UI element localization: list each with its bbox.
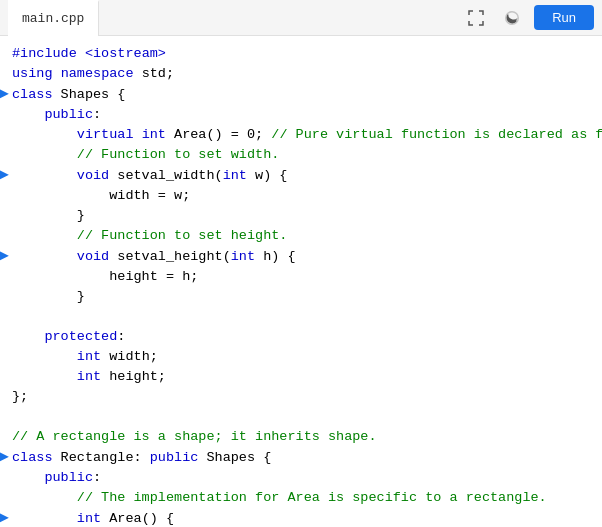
line-content (8, 407, 594, 427)
line-content: virtual int Area() = 0; // Pure virtual … (8, 125, 602, 145)
line-content: // Function to set height. (8, 226, 594, 246)
line-content: // The implementation for Area is specif… (8, 488, 594, 508)
run-label: Run (552, 10, 576, 25)
line-indicator: ▶ (0, 246, 8, 266)
code-line: ▶ int Area() { (0, 508, 602, 527)
code-line: int width; (0, 347, 602, 367)
code-line: public: (0, 468, 602, 488)
code-line: // Function to set height. (0, 226, 602, 246)
fullscreen-icon (468, 10, 484, 26)
line-indicator: ▶ (0, 165, 8, 185)
tab-bar: main.cpp Run (0, 0, 602, 36)
line-content: #include <iostream> (8, 44, 594, 64)
line-content: width = w; (8, 186, 594, 206)
code-line: width = w; (0, 186, 602, 206)
code-line: // Function to set width. (0, 145, 602, 165)
code-line: virtual int Area() = 0; // Pure virtual … (0, 125, 602, 145)
line-indicator: ▶ (0, 447, 8, 467)
code-line: ▶ void setval_width(int w) { (0, 165, 602, 186)
line-content: } (8, 206, 594, 226)
code-line: } (0, 287, 602, 307)
line-content: int width; (8, 347, 594, 367)
line-content: protected: (8, 327, 594, 347)
line-content: height = h; (8, 267, 594, 287)
code-line: }; (0, 387, 602, 407)
code-line: ▶class Rectangle: public Shapes { (0, 447, 602, 468)
code-line: protected: (0, 327, 602, 347)
line-content: void setval_width(int w) { (8, 166, 594, 186)
line-content: int height; (8, 367, 594, 387)
code-line: #include <iostream> (0, 44, 602, 64)
tab-main-cpp[interactable]: main.cpp (8, 0, 99, 36)
code-line: ▶class Shapes { (0, 84, 602, 105)
code-line: } (0, 206, 602, 226)
code-line: // A rectangle is a shape; it inherits s… (0, 427, 602, 447)
moon-icon (504, 10, 520, 26)
line-content: class Rectangle: public Shapes { (8, 448, 594, 468)
line-content: // A rectangle is a shape; it inherits s… (8, 427, 594, 447)
line-content (8, 307, 594, 327)
code-line: using namespace std; (0, 64, 602, 84)
line-indicator: ▶ (0, 84, 8, 104)
editor-area: #include <iostream>using namespace std;▶… (0, 36, 602, 527)
line-content: class Shapes { (8, 85, 594, 105)
code-line (0, 307, 602, 327)
line-content: }; (8, 387, 594, 407)
line-content: public: (8, 105, 594, 125)
code-line: // The implementation for Area is specif… (0, 488, 602, 508)
tab-label: main.cpp (22, 11, 84, 26)
line-content: void setval_height(int h) { (8, 247, 594, 267)
line-content: // Function to set width. (8, 145, 594, 165)
line-content: int Area() { (8, 509, 594, 527)
code-line: public: (0, 105, 602, 125)
run-button[interactable]: Run (534, 5, 594, 30)
line-content: } (8, 287, 594, 307)
line-content: using namespace std; (8, 64, 594, 84)
code-line: int height; (0, 367, 602, 387)
tab-actions: Run (462, 4, 594, 32)
code-line: ▶ void setval_height(int h) { (0, 246, 602, 267)
fullscreen-button[interactable] (462, 4, 490, 32)
theme-toggle-button[interactable] (498, 4, 526, 32)
code-line (0, 407, 602, 427)
line-indicator: ▶ (0, 508, 8, 527)
code-line: height = h; (0, 267, 602, 287)
line-content: public: (8, 468, 594, 488)
